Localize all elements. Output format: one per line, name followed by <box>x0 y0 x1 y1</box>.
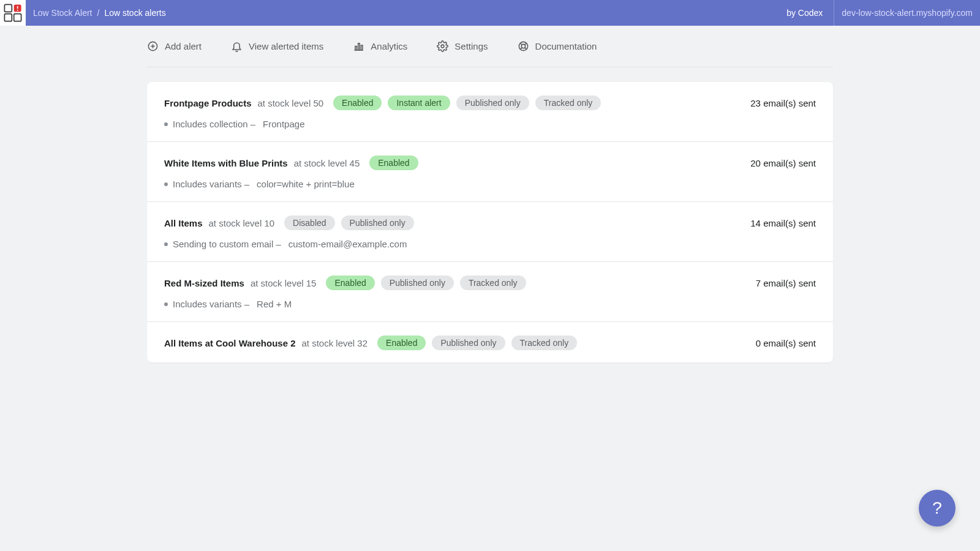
bullet-icon <box>164 122 168 126</box>
tracked-only-badge: Tracked only <box>460 276 526 290</box>
emails-sent: 14 email(s) sent <box>750 218 816 228</box>
svg-rect-5 <box>17 10 18 11</box>
emails-sent: 23 email(s) sent <box>750 98 816 108</box>
emails-sent: 0 email(s) sent <box>756 338 816 348</box>
toolbar: Add alert View alerted items Analytics S… <box>147 26 833 67</box>
byline[interactable]: by Codex <box>775 8 834 18</box>
sub-label: Includes variants – <box>173 299 249 309</box>
alert-subline: Includes collection –Frontpage <box>164 119 816 129</box>
emails-sent: 7 email(s) sent <box>756 278 816 288</box>
alert-row[interactable]: Frontpage Productsat stock level 50Enabl… <box>147 82 833 142</box>
add-alert-button[interactable]: Add alert <box>147 40 202 52</box>
svg-rect-11 <box>358 43 360 50</box>
alert-level: at stock level 10 <box>209 218 275 228</box>
sub-value: custom-email@example.com <box>288 239 407 249</box>
breadcrumb: Low Stock Alert / Low stock alerts <box>33 8 166 18</box>
alert-name: Frontpage Products <box>164 98 252 108</box>
published-only-badge: Published only <box>341 216 414 230</box>
svg-line-19 <box>520 48 522 50</box>
bell-icon <box>231 40 243 52</box>
alert-name: White Items with Blue Prints <box>164 158 288 168</box>
alert-level: at stock level 45 <box>294 158 360 168</box>
topbar-left: Low Stock Alert / Low stock alerts <box>0 0 775 26</box>
status-badge: Enabled <box>333 96 382 110</box>
app-logo <box>0 0 26 26</box>
topbar: Low Stock Alert / Low stock alerts by Co… <box>0 0 980 26</box>
svg-rect-0 <box>4 14 12 21</box>
toolbar-label: Settings <box>454 41 488 51</box>
shop-domain[interactable]: dev-low-stock-alert.myshopify.com <box>834 0 980 26</box>
alert-level: at stock level 32 <box>302 338 368 348</box>
breadcrumb-separator: / <box>97 8 100 18</box>
published-only-badge: Published only <box>432 335 505 350</box>
status-badge: Disabled <box>284 216 334 230</box>
svg-rect-2 <box>4 4 12 12</box>
svg-line-18 <box>524 43 526 45</box>
alert-row[interactable]: All Itemsat stock level 10DisabledPublis… <box>147 202 833 262</box>
status-badge: Enabled <box>369 156 418 170</box>
breadcrumb-current: Low stock alerts <box>104 8 165 18</box>
svg-line-17 <box>524 48 526 50</box>
svg-line-16 <box>520 43 522 45</box>
breadcrumb-parent[interactable]: Low Stock Alert <box>33 8 92 18</box>
sub-label: Sending to custom email – <box>173 239 281 249</box>
sub-value: Red + M <box>257 299 292 309</box>
sub-label: Includes variants – <box>173 179 249 189</box>
gear-icon <box>437 40 448 52</box>
alert-top: All Itemsat stock level 10DisabledPublis… <box>164 216 816 230</box>
alert-top: Red M-sized Itemsat stock level 15Enable… <box>164 276 816 290</box>
bullet-icon <box>164 302 168 306</box>
help-fab[interactable]: ? <box>919 490 956 527</box>
svg-rect-4 <box>17 6 18 9</box>
alert-row[interactable]: White Items with Blue Printsat stock lev… <box>147 142 833 202</box>
svg-point-13 <box>441 45 444 48</box>
alerts-list: Frontpage Productsat stock level 50Enabl… <box>147 82 833 362</box>
bullet-icon <box>164 182 168 186</box>
documentation-button[interactable]: Documentation <box>518 40 597 52</box>
alert-top: All Items at Cool Warehouse 2at stock le… <box>164 335 816 350</box>
view-alerted-button[interactable]: View alerted items <box>231 40 323 52</box>
alert-level: at stock level 50 <box>258 98 324 108</box>
content: Add alert View alerted items Analytics S… <box>147 26 833 362</box>
svg-point-15 <box>521 44 525 48</box>
sub-label: Includes collection – <box>173 119 255 129</box>
alert-level: at stock level 15 <box>251 278 317 288</box>
alert-subline: Includes variants –color=white + print=b… <box>164 179 816 189</box>
alert-subline: Includes variants –Red + M <box>164 299 816 309</box>
lifebuoy-icon <box>518 40 529 52</box>
alert-row[interactable]: Red M-sized Itemsat stock level 15Enable… <box>147 262 833 322</box>
alert-name: All Items at Cool Warehouse 2 <box>164 338 296 348</box>
toolbar-label: Documentation <box>535 41 597 51</box>
plus-circle-icon <box>147 40 159 52</box>
low-stock-icon <box>2 2 23 23</box>
svg-rect-10 <box>355 47 356 50</box>
published-only-badge: Published only <box>456 96 529 110</box>
toolbar-label: View alerted items <box>249 41 323 51</box>
svg-rect-12 <box>361 45 363 50</box>
bullet-icon <box>164 242 168 246</box>
status-badge: Enabled <box>326 276 374 290</box>
topbar-right: by Codex dev-low-stock-alert.myshopify.c… <box>775 0 980 26</box>
settings-button[interactable]: Settings <box>437 40 488 52</box>
tracked-only-badge: Tracked only <box>511 335 578 350</box>
sub-value: Frontpage <box>263 119 304 129</box>
published-only-badge: Published only <box>381 276 454 290</box>
status-badge: Enabled <box>377 335 426 350</box>
bar-chart-icon <box>353 40 364 52</box>
svg-rect-1 <box>14 14 21 21</box>
instant-alert-badge: Instant alert <box>388 96 450 110</box>
alert-name: All Items <box>164 218 203 228</box>
analytics-button[interactable]: Analytics <box>353 40 407 52</box>
sub-value: color=white + print=blue <box>257 179 355 189</box>
alert-subline: Sending to custom email –custom-email@ex… <box>164 239 816 249</box>
toolbar-label: Add alert <box>165 41 202 51</box>
tracked-only-badge: Tracked only <box>535 96 601 110</box>
emails-sent: 20 email(s) sent <box>750 158 816 168</box>
toolbar-label: Analytics <box>371 41 407 51</box>
help-icon: ? <box>932 498 942 518</box>
alert-row[interactable]: All Items at Cool Warehouse 2at stock le… <box>147 322 833 362</box>
alert-name: Red M-sized Items <box>164 278 244 288</box>
alert-top: White Items with Blue Printsat stock lev… <box>164 156 816 170</box>
alert-top: Frontpage Productsat stock level 50Enabl… <box>164 96 816 110</box>
